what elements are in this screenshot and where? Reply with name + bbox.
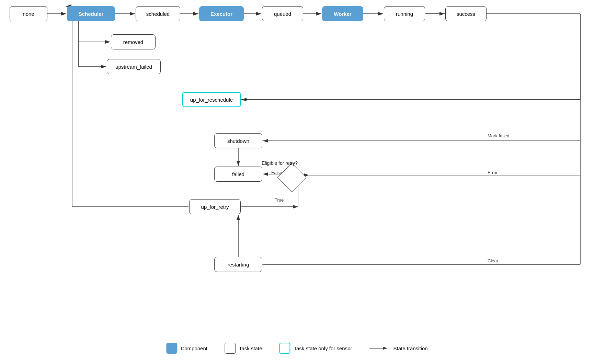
legend-state-transition: State transition <box>369 345 428 352</box>
legend: Component Task state Task state only for… <box>166 343 427 354</box>
node-failed: failed <box>214 167 262 182</box>
node-running: running <box>384 6 425 21</box>
diamond-eligible-for-retry <box>277 163 307 192</box>
diamond-container <box>282 167 304 189</box>
legend-label-task-state: Task state <box>239 345 262 351</box>
label-restarting: restarting <box>228 262 249 268</box>
node-restarting: restarting <box>214 257 262 272</box>
node-none: none <box>10 6 47 21</box>
label-scheduler: Scheduler <box>79 11 104 17</box>
diamond-label-eligible: Eligible for retry? <box>262 160 298 166</box>
label-eligible-for-retry: Eligible for retry? <box>262 160 298 166</box>
node-queued: queued <box>262 6 303 21</box>
node-up-for-retry: up_for_retry <box>189 199 241 214</box>
label-success: success <box>457 11 475 17</box>
legend-icon-task-state <box>225 343 236 354</box>
label-error: Error <box>488 170 498 175</box>
legend-component: Component <box>166 343 207 354</box>
label-mark-failed: Mark failed <box>488 133 510 138</box>
node-upstream-failed: upstream_failed <box>107 59 161 74</box>
node-scheduler: Scheduler <box>67 6 115 21</box>
label-clear: Clear <box>488 258 498 263</box>
node-scheduled: scheduled <box>136 6 180 21</box>
node-removed: removed <box>111 34 156 49</box>
node-shutdown: shutdown <box>214 133 262 148</box>
diagram: none Scheduler scheduled Executor queued… <box>0 0 594 364</box>
label-up-for-reschedule: up_for_reschedule <box>190 97 233 103</box>
node-up-for-reschedule: up_for_reschedule <box>182 92 241 107</box>
label-scheduled: scheduled <box>146 11 170 17</box>
label-false: False <box>271 170 282 175</box>
label-up-for-retry: up_for_retry <box>201 204 229 210</box>
label-running: running <box>396 11 413 17</box>
label-removed: removed <box>123 39 143 45</box>
node-executor: Executor <box>199 6 244 21</box>
legend-task-state-sensor: Task state only for sensor <box>279 343 352 354</box>
legend-label-task-state-sensor: Task state only for sensor <box>294 345 352 351</box>
label-none: none <box>23 11 34 17</box>
label-true: True <box>275 197 284 203</box>
legend-task-state: Task state <box>225 343 262 354</box>
label-failed: failed <box>232 171 244 177</box>
legend-arrow-svg <box>369 345 390 352</box>
label-worker: Worker <box>334 11 351 17</box>
legend-icon-task-state-sensor <box>279 343 290 354</box>
label-executor: Executor <box>210 11 232 17</box>
label-queued: queued <box>274 11 291 17</box>
label-shutdown: shutdown <box>227 138 249 144</box>
label-upstream-failed: upstream_failed <box>115 64 152 70</box>
node-worker: Worker <box>322 6 363 21</box>
legend-label-state-transition: State transition <box>393 345 428 351</box>
node-success: success <box>445 6 487 21</box>
legend-icon-component <box>166 343 177 354</box>
legend-label-component: Component <box>181 345 207 351</box>
